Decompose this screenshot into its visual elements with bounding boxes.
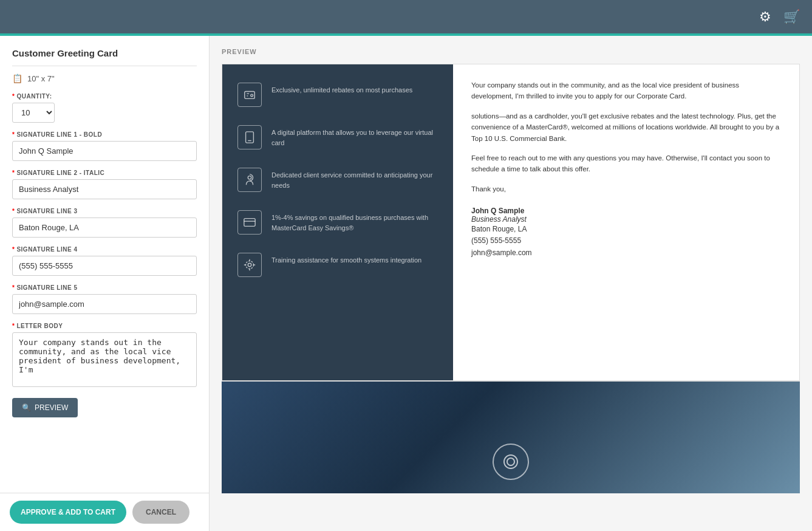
card-bottom-logo <box>493 444 529 480</box>
body-paragraph-1: Your company stands out in the community… <box>471 80 781 102</box>
svg-point-5 <box>248 263 251 267</box>
sig4-group: *SIGNATURE LINE 4 <box>12 246 197 276</box>
sig5-group: *SIGNATURE LINE 5 <box>12 284 197 314</box>
sig2-input[interactable] <box>12 179 197 199</box>
sig4-label: *SIGNATURE LINE 4 <box>12 246 197 253</box>
card-right-panel: Your company stands out in the community… <box>453 64 799 380</box>
sig-line4: (555) 555-5555 <box>471 235 781 247</box>
sig-name: John Q Sample <box>471 207 781 215</box>
quantity-label: *QUANTITY: <box>12 93 197 100</box>
size-icon: 📋 <box>12 74 22 83</box>
digital-icon <box>243 131 256 144</box>
sig1-label: *SIGNATURE LINE 1 - BOLD <box>12 131 197 138</box>
feature-item-3: Dedicated client service committed to an… <box>237 168 438 192</box>
main-layout: Customer Greeting Card 📋 10" x 7" *QUANT… <box>0 36 812 531</box>
svg-rect-2 <box>246 132 254 143</box>
gear-icon[interactable]: ⚙ <box>759 9 771 25</box>
search-icon: 🔍 <box>22 403 31 412</box>
feature-item-1: Exclusive, unlimited rebates on most pur… <box>237 83 438 107</box>
feature-icon-4 <box>237 210 262 235</box>
feature-item-5: Training assistance for smooth systems i… <box>237 253 438 277</box>
sig2-group: *SIGNATURE LINE 2 - ITALIC <box>12 170 197 199</box>
required-star: * <box>12 93 15 100</box>
body-paragraph-2: solutions—and as a cardholder, you'll ge… <box>471 111 781 144</box>
sig5-label: *SIGNATURE LINE 5 <box>12 284 197 291</box>
feature-text-2: A digital platform that allows you to le… <box>271 125 438 148</box>
svg-point-6 <box>246 261 254 269</box>
feature-text-3: Dedicated client service committed to an… <box>271 168 438 190</box>
left-panel: Customer Greeting Card 📋 10" x 7" *QUANT… <box>0 36 210 531</box>
svg-point-1 <box>251 94 253 97</box>
sig1-group: *SIGNATURE LINE 1 - BOLD <box>12 131 197 161</box>
svg-point-3 <box>248 176 251 180</box>
sig5-input[interactable] <box>12 294 197 314</box>
sig2-label: *SIGNATURE LINE 2 - ITALIC <box>12 170 197 176</box>
right-panel: PREVIEW Exclusive, unlimited rebates on … <box>210 36 812 531</box>
feature-icon-2 <box>237 125 262 149</box>
preview-button[interactable]: 🔍 PREVIEW <box>12 398 78 417</box>
sig4-input[interactable] <box>12 256 197 276</box>
body-closing: Thank you, <box>471 183 781 194</box>
cancel-button[interactable]: CANCEL <box>132 501 189 524</box>
size-row: 📋 10" x 7" <box>12 74 197 83</box>
feature-item-4: 1%-4% savings on qualified business purc… <box>237 210 438 235</box>
card-bottom-image <box>222 381 800 493</box>
svg-rect-4 <box>244 219 255 227</box>
sig-line3: Baton Rouge, LA <box>471 224 781 235</box>
card-left-panel: Exclusive, unlimited rebates on most pur… <box>222 64 453 380</box>
feature-icon-5 <box>237 253 262 277</box>
logo-icon <box>501 452 520 471</box>
left-panel-footer: APPROVE & ADD TO CART CANCEL <box>0 493 209 531</box>
savings-icon <box>243 216 256 229</box>
left-panel-content: Customer Greeting Card 📋 10" x 7" *QUANT… <box>0 36 209 493</box>
feature-text-5: Training assistance for smooth systems i… <box>271 253 421 266</box>
body-paragraph-3: Feel free to reach out to me with any qu… <box>471 152 781 175</box>
quantity-group: *QUANTITY: 10 25 50 100 <box>12 93 197 123</box>
divider <box>12 66 197 66</box>
service-icon <box>243 173 256 187</box>
feature-icon-1 <box>237 83 262 107</box>
letter-body-group: *LETTER BODY Your company stands out in … <box>12 323 197 389</box>
feature-item-2: A digital platform that allows you to le… <box>237 125 438 149</box>
feature-text-1: Exclusive, unlimited rebates on most pur… <box>271 83 412 95</box>
sig3-group: *SIGNATURE LINE 3 <box>12 208 197 238</box>
approve-add-to-cart-button[interactable]: APPROVE & ADD TO CART <box>10 501 126 524</box>
panel-title: Customer Greeting Card <box>12 48 197 58</box>
sig3-label: *SIGNATURE LINE 3 <box>12 208 197 214</box>
sig1-input[interactable] <box>12 141 197 161</box>
letter-body-label: *LETTER BODY <box>12 323 197 329</box>
rebates-icon <box>243 88 256 101</box>
sig3-input[interactable] <box>12 218 197 238</box>
feature-text-4: 1%-4% savings on qualified business purc… <box>271 210 438 233</box>
feature-icon-3 <box>237 168 262 192</box>
quantity-select[interactable]: 10 25 50 100 <box>12 103 55 123</box>
top-bar: ⚙ 🛒 <box>0 0 812 33</box>
signature-block: John Q Sample Business Analyst Baton Rou… <box>471 207 781 259</box>
sig-title: Business Analyst <box>471 215 781 224</box>
cart-icon[interactable]: 🛒 <box>783 9 800 25</box>
sig-line5: john@sample.com <box>471 247 781 259</box>
size-label: 10" x 7" <box>27 74 55 83</box>
preview-label: PREVIEW <box>222 48 800 55</box>
letter-body-textarea[interactable]: Your company stands out in the community… <box>12 332 197 387</box>
card-container: Exclusive, unlimited rebates on most pur… <box>222 64 800 381</box>
training-icon <box>243 258 256 272</box>
